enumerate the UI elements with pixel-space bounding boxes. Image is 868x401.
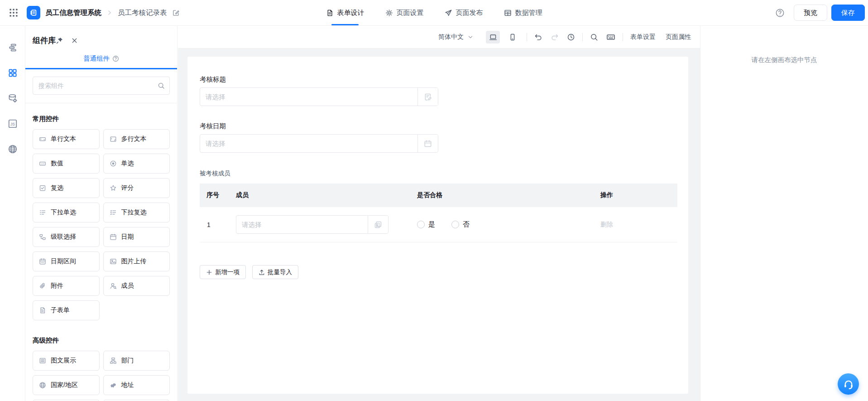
preview-button[interactable]: 预览: [794, 5, 827, 21]
desktop-view-button[interactable]: [486, 31, 500, 43]
component-card[interactable]: 123 数值: [33, 154, 100, 174]
phone-icon: [508, 33, 517, 41]
date-addon[interactable]: [417, 135, 438, 152]
field-label: 考核日期: [200, 122, 677, 130]
topbar-tab[interactable]: 页面发布: [445, 0, 483, 25]
component-card[interactable]: 级联选择: [33, 227, 100, 247]
subform-icon: [39, 307, 46, 314]
radio-yes[interactable]: 是: [417, 220, 435, 229]
component-card-label: 日期区间: [51, 257, 76, 266]
component-card[interactable]: 附件: [33, 276, 100, 296]
gear-icon: [385, 9, 393, 17]
delete-row-link[interactable]: 删除: [600, 221, 613, 228]
canvas-search-icon[interactable]: [590, 33, 598, 41]
redo-icon[interactable]: [551, 33, 559, 41]
paper-plane-icon: [445, 9, 452, 17]
form-select-addon[interactable]: [417, 88, 438, 106]
component-card[interactable]: 复选: [33, 178, 100, 198]
form-doc-icon: [326, 9, 334, 17]
component-card[interactable]: 评分: [103, 178, 170, 198]
component-card[interactable]: 子表单: [33, 300, 100, 320]
field-assessment-title[interactable]: 考核标题: [200, 76, 677, 106]
component-card[interactable]: 国家/地区: [33, 375, 100, 395]
breadcrumb-chevron-icon: [106, 10, 113, 16]
component-card[interactable]: 地址: [103, 375, 170, 395]
assessment-title-input[interactable]: [200, 88, 417, 106]
search-icon: [158, 82, 165, 89]
apps-grid-icon[interactable]: [9, 8, 19, 18]
form-settings-link[interactable]: 表单设置: [630, 33, 656, 41]
customer-service-button[interactable]: [838, 373, 859, 395]
component-card[interactable]: 日期区间: [33, 251, 100, 271]
component-card-label: 国家/地区: [51, 381, 78, 389]
component-search-input[interactable]: [33, 77, 170, 95]
radio-no[interactable]: 否: [451, 220, 470, 229]
assessment-date-input[interactable]: [200, 135, 417, 152]
app-title[interactable]: 员工信息管理系统: [45, 8, 101, 18]
panel-title: 组件库: [33, 35, 56, 46]
section-title-advanced: 高级控件: [33, 336, 170, 345]
history-icon[interactable]: [567, 33, 575, 41]
col-member: 成员: [236, 191, 417, 199]
component-card[interactable]: 成员: [103, 276, 170, 296]
mobile-view-button[interactable]: [505, 31, 519, 43]
undo-icon[interactable]: [534, 33, 542, 41]
row-index: 1: [200, 221, 236, 228]
save-button[interactable]: 保存: [831, 5, 865, 21]
component-card[interactable]: 单行文本: [33, 129, 100, 149]
field-label: 考核标题: [200, 76, 677, 83]
keyboard-shortcuts-icon[interactable]: [606, 33, 615, 42]
topbar-tab-label: 页面设置: [397, 9, 424, 17]
calendar-icon: [424, 140, 432, 148]
col-actions: 操作: [600, 191, 677, 199]
component-card[interactable]: 日期: [103, 227, 170, 247]
radio-no-label: 否: [463, 220, 470, 229]
component-grid-icon[interactable]: [8, 68, 18, 78]
assessment-date-select[interactable]: [200, 134, 438, 153]
textarea-text-icon: [110, 135, 117, 143]
component-card[interactable]: 多行文本: [103, 129, 170, 149]
help-icon[interactable]: [775, 8, 785, 18]
app-logo[interactable]: [27, 6, 40, 19]
subform-header: 序号 成员 是否合格 操作: [200, 184, 677, 207]
member-select[interactable]: [236, 215, 388, 234]
language-select[interactable]: 简体中文: [438, 33, 473, 41]
tab-help-icon[interactable]: [112, 55, 119, 62]
member-addon[interactable]: [368, 216, 388, 233]
topbar-tab[interactable]: 页面设置: [385, 0, 424, 25]
page-properties-link[interactable]: 页面属性: [666, 33, 691, 41]
topbar-tabs: 表单设计 页面设置 页面发布 数据管理: [326, 0, 542, 25]
tab-normal-components[interactable]: 普通组件: [83, 49, 119, 68]
assessment-title-select[interactable]: [200, 87, 438, 106]
component-card[interactable]: 部门: [103, 351, 170, 371]
component-card-label: 下拉单选: [51, 208, 76, 217]
member-input[interactable]: [236, 216, 368, 233]
component-card-label: 附件: [51, 282, 63, 290]
close-icon[interactable]: [71, 37, 78, 44]
radio-icon: [110, 160, 117, 167]
component-card[interactable]: 图片上传: [103, 251, 170, 271]
topbar-tab[interactable]: 数据管理: [504, 0, 542, 25]
component-card[interactable]: 单选: [103, 154, 170, 174]
component-card-label: 下拉复选: [121, 208, 147, 217]
component-card[interactable]: 图文展示: [33, 351, 100, 371]
js-code-icon[interactable]: JS: [8, 119, 18, 129]
component-card[interactable]: 下拉复选: [103, 203, 170, 222]
rename-icon[interactable]: [172, 9, 180, 17]
component-card-label: 多行文本: [121, 135, 147, 143]
component-card[interactable]: 下拉单选: [33, 203, 100, 222]
globe-icon: [39, 382, 46, 389]
globe-icon[interactable]: [8, 144, 18, 154]
property-panel: 请在左侧画布选中节点: [700, 26, 868, 401]
subform-table: 序号 成员 是否合格 操作 1: [200, 184, 677, 242]
outline-tree-icon[interactable]: [8, 43, 18, 53]
add-item-button[interactable]: 新增一项: [200, 265, 246, 279]
batch-import-button[interactable]: 批量导入: [252, 265, 298, 279]
chevron-down-icon: [468, 34, 473, 40]
pin-icon[interactable]: [56, 37, 63, 44]
field-assessment-date[interactable]: 考核日期: [200, 122, 677, 153]
data-source-icon[interactable]: [8, 93, 18, 103]
subform-label: 被考核成员: [200, 169, 677, 178]
topbar-tab[interactable]: 表单设计: [326, 0, 364, 25]
cascade-icon: [39, 233, 46, 241]
